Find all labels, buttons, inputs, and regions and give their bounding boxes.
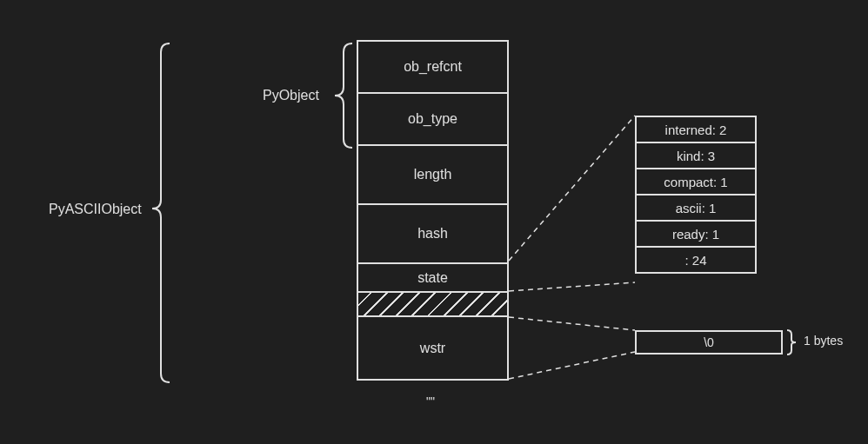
state-ascii: ascii: 1 [635,194,757,222]
label-outer-struct: PyASCIIObject [49,202,142,217]
state-extra: : 24 [635,246,757,274]
field-padding [357,291,509,317]
field-state: state [357,262,509,293]
state-kind: kind: 3 [635,142,757,169]
svg-line-2 [509,317,635,330]
label-caption: "" [426,394,435,408]
state-interned: interned: 2 [635,116,757,143]
state-compact: compact: 1 [635,168,757,195]
svg-line-0 [509,116,635,261]
label-inner-struct: PyObject [263,88,319,103]
svg-line-3 [509,352,635,379]
diagram-stage: { "labels": { "outer": "PyASCIIObject", … [0,0,868,444]
field-wstr: wstr [357,315,509,381]
field-hash: hash [357,203,509,264]
wstr-memory: \0 [635,330,783,355]
field-length: length [357,144,509,205]
field-ob-refcnt: ob_refcnt [357,40,509,94]
svg-line-1 [509,282,635,291]
state-ready: ready: 1 [635,220,757,248]
field-ob-type: ob_type [357,92,509,146]
label-bytes-note: 1 bytes [804,334,843,348]
